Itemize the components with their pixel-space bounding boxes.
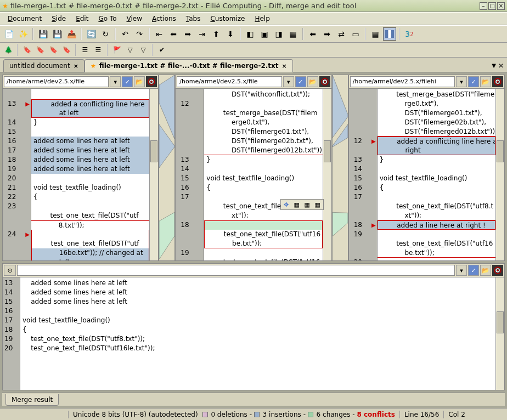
code-line[interactable]: { xyxy=(20,325,495,334)
code-line[interactable]: test_one_text_file(DST("utf16 xyxy=(204,258,322,260)
code-line[interactable]: be.txt")); xyxy=(378,248,495,258)
accept-icon[interactable]: ✓ xyxy=(295,76,306,87)
code-line[interactable] xyxy=(378,164,495,174)
code-line[interactable]: added a line here at right ! xyxy=(378,220,495,230)
block-icon[interactable]: ▭ xyxy=(349,27,362,41)
code-line[interactable] xyxy=(204,99,322,109)
bookmark-a-icon[interactable]: 🔖 xyxy=(21,44,33,55)
filter-icon[interactable]: ▽ xyxy=(124,44,136,55)
menu-goto[interactable]: Go To xyxy=(94,14,121,24)
code-line[interactable]: } xyxy=(204,155,322,164)
code-line[interactable]: xt")); xyxy=(378,211,495,220)
code-line[interactable]: added some lines here at left xyxy=(31,164,149,174)
copy-left-icon[interactable]: ⬅ xyxy=(306,27,319,41)
code-line[interactable]: DST("filemerge01.txt"), xyxy=(204,127,322,137)
tabs-dropdown-icon[interactable]: ▼ xyxy=(492,63,496,69)
code-line[interactable]: added some lines here at left xyxy=(31,155,149,164)
code-line[interactable]: DST("filemerged012b.txt")); xyxy=(204,146,322,155)
grid-icon[interactable]: ▦ xyxy=(369,27,382,41)
code-line[interactable]: 8.txt")); xyxy=(31,220,149,230)
code-line[interactable]: added some lines here at left xyxy=(31,146,149,155)
list-b-icon[interactable]: ☰ xyxy=(92,44,104,55)
right-path-input[interactable]: /home/armel/dev2.5.x/filehi xyxy=(350,76,455,87)
clear-filter-icon[interactable]: ▽ xyxy=(137,44,149,55)
code-line[interactable]: DST("filemerge02b.txt"), xyxy=(204,137,322,146)
accept-icon[interactable]: ✓ xyxy=(468,265,479,276)
dropdown-icon[interactable]: ▾ xyxy=(110,76,121,87)
code-body[interactable]: added a conflicting line here at left}ad… xyxy=(31,89,149,260)
merged-path-input[interactable] xyxy=(17,265,455,276)
menu-side[interactable]: Side xyxy=(47,14,70,24)
bookmark-b-icon[interactable]: 🔖 xyxy=(34,44,46,55)
tab-close-icon[interactable]: × xyxy=(282,63,287,70)
left-code-area[interactable]: 13▶1415161718192021222324▶ added a confl… xyxy=(3,89,158,260)
code-line[interactable] xyxy=(31,230,149,239)
vertical-scrollbar[interactable] xyxy=(323,89,331,260)
dropdown-icon[interactable]: ▾ xyxy=(456,265,467,276)
merge-action-a-icon[interactable]: ▦ xyxy=(292,200,302,209)
code-line[interactable]: erge0.txt"), xyxy=(204,118,322,127)
tab-close-icon[interactable]: × xyxy=(74,63,78,70)
code-line[interactable]: DST("filemerge02b.txt"), xyxy=(378,118,495,127)
merge-action-b-icon[interactable]: ▦ xyxy=(302,200,312,209)
code-line[interactable]: added a conflicting line here xyxy=(31,99,149,109)
code-line[interactable]: 16be.txt")); // changed at xyxy=(31,248,149,258)
code-line[interactable]: test_one_text_file(DST("utf16 xyxy=(204,230,322,239)
menu-actions[interactable]: Actions xyxy=(148,14,181,24)
code-line[interactable] xyxy=(204,164,322,174)
undo-icon[interactable]: ↶ xyxy=(119,27,132,41)
code-line[interactable]: { xyxy=(204,183,322,192)
mid-path-input[interactable]: /home/armel/dev2.5.x/file xyxy=(177,76,281,87)
scrollbar-thumb[interactable] xyxy=(324,140,331,162)
refresh-icon[interactable]: 🔄 xyxy=(84,27,98,41)
pin-icon[interactable]: ⊙ xyxy=(4,265,16,276)
menu-view[interactable]: View xyxy=(122,14,147,24)
tree-icon[interactable]: 🌲 xyxy=(2,44,14,55)
vertical-scrollbar[interactable] xyxy=(495,89,504,260)
reload-icon[interactable]: ↻ xyxy=(99,27,112,41)
code-line[interactable] xyxy=(378,230,495,239)
target-icon[interactable] xyxy=(492,76,503,87)
new-doc-icon[interactable]: 📄 xyxy=(2,27,15,41)
code-line[interactable]: } xyxy=(31,118,149,127)
code-body[interactable]: added some lines here at left added some… xyxy=(20,277,495,390)
code-line[interactable]: DST("filemerge01.txt"), xyxy=(378,109,495,118)
three-two-icon[interactable]: 32 xyxy=(403,27,416,41)
code-line[interactable]: added some lines here at left xyxy=(20,279,495,288)
close-button[interactable]: × xyxy=(497,2,505,10)
merge-left-icon[interactable]: ◧ xyxy=(244,27,257,41)
redo-icon[interactable]: ↷ xyxy=(133,27,146,41)
diff-first-icon[interactable]: ⇤ xyxy=(153,27,166,41)
code-line[interactable] xyxy=(204,248,322,258)
menu-edit[interactable]: Edit xyxy=(71,14,93,24)
left-path-input[interactable]: /home/armel/dev2.5.x/file xyxy=(4,76,109,87)
code-line[interactable] xyxy=(20,307,495,316)
magic-wand-icon[interactable]: ✨ xyxy=(16,27,30,41)
code-body[interactable]: DST("withconflict.txt")); test_merge_bas… xyxy=(204,89,322,260)
mid-code-area[interactable]: 1213141516171819 DST("withconflict.txt")… xyxy=(176,89,331,260)
code-line[interactable]: test_one_text_file(DST("utf8.txt")); xyxy=(20,334,495,344)
code-line[interactable]: test_one_text_file(DST("utf xyxy=(31,211,149,220)
menu-document[interactable]: Document xyxy=(3,14,46,24)
code-line[interactable]: added some lines here at left xyxy=(20,297,495,307)
merge-action-c-icon[interactable]: ▦ xyxy=(313,200,323,209)
code-line[interactable] xyxy=(31,127,149,137)
target-icon[interactable] xyxy=(319,76,330,87)
merge-all-icon[interactable]: ▦ xyxy=(286,27,300,41)
move-cursor-icon[interactable]: ✥ xyxy=(281,200,291,209)
code-line[interactable]: rge0.txt"), xyxy=(378,99,495,109)
open-folder-icon[interactable]: 📂 xyxy=(480,265,491,276)
dropdown-icon[interactable]: ▾ xyxy=(456,76,467,87)
check-icon[interactable]: ✔ xyxy=(156,44,168,55)
tab-file-merge[interactable]: ★ file-merge-1.txt # file-...-0.txt # fi… xyxy=(84,59,293,72)
code-line[interactable]: added some lines here at left xyxy=(20,288,495,297)
code-line[interactable]: void test_textfile_loading() xyxy=(31,183,149,192)
open-folder-icon[interactable]: 📂 xyxy=(480,76,491,87)
scrollbar-thumb[interactable] xyxy=(150,140,157,162)
accept-icon[interactable]: ✓ xyxy=(468,76,479,87)
diff-last-icon[interactable]: ⇥ xyxy=(195,27,209,41)
bookmark-c-icon[interactable]: 🔖 xyxy=(47,44,59,55)
tabs-close-all-icon[interactable]: ✕ xyxy=(498,62,504,70)
code-line[interactable]: added some lines here at left xyxy=(31,137,149,146)
code-line[interactable] xyxy=(31,174,149,183)
